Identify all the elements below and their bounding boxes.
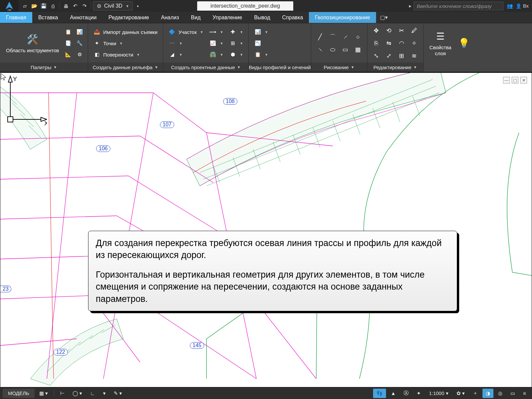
sectionview-button[interactable]: 📋▼ — [252, 50, 270, 59]
qat-dropdown-icon[interactable]: ▾ — [133, 2, 142, 10]
tab-home[interactable]: Главная — [0, 12, 32, 23]
scale-icon[interactable]: ⤢ — [383, 50, 395, 62]
qat-new-icon[interactable]: ▱ — [21, 2, 29, 10]
array-icon[interactable]: ⊞ — [396, 50, 407, 62]
ortho-toggle-icon[interactable]: ∟ — [87, 389, 98, 398]
qat-undo-icon[interactable]: ↶ — [71, 2, 79, 10]
signin-button[interactable]: 👤 Вх — [516, 3, 529, 9]
palette-btn-1[interactable]: 📋 — [64, 27, 73, 37]
tab-addins-icon[interactable]: ▢▾ — [376, 12, 392, 23]
tab-annotations[interactable]: Аннотации — [64, 12, 102, 23]
hatch-icon[interactable]: ▦ — [352, 44, 364, 55]
panel-ground-data: 📥Импорт данных съемки ✦Точки▼ ◧Поверхнос… — [88, 23, 163, 72]
osnap-toggle-icon[interactable]: ▾ — [100, 389, 109, 398]
palette-btn-2[interactable]: 📊 — [75, 27, 84, 37]
xline-icon[interactable]: ⟍ — [315, 44, 326, 55]
design-btn-2[interactable]: 〰️▼ — [167, 39, 205, 48]
ellipse-icon[interactable]: ⬭ — [327, 44, 338, 55]
profileview-button[interactable]: 📊▼ — [252, 27, 270, 37]
qat-print-icon[interactable]: 🖶 — [62, 2, 70, 10]
corridor-button[interactable]: 🛣️▼ — [207, 50, 225, 59]
assembly-icon: ⊞ — [229, 40, 236, 47]
profile-button[interactable]: 📈▼ — [207, 39, 225, 48]
offset-icon[interactable]: ≋ — [409, 50, 420, 62]
lightbulb-button[interactable]: 💡 — [456, 37, 472, 50]
qat-saveas-icon[interactable]: ⎙ — [49, 2, 57, 10]
sb-isolate-icon[interactable]: ◎ — [495, 389, 506, 398]
trim-icon[interactable]: ✂ — [396, 25, 407, 36]
alignment-button[interactable]: ⟿▼ — [207, 27, 225, 37]
tab-geolocation[interactable]: Геопозиционирование — [309, 12, 376, 23]
polyline-icon[interactable]: ⟋ — [340, 31, 351, 43]
maximize-icon[interactable]: ▢ — [512, 77, 518, 83]
tab-analyze[interactable]: Анализ — [155, 12, 185, 23]
sb-tool-2[interactable]: ▲ — [387, 389, 399, 398]
palette-btn-3[interactable]: 📑 — [64, 39, 73, 48]
sampleline-button[interactable]: 📉 — [252, 39, 270, 48]
drawing-canvas[interactable]: — ▢ ✕ 108 107 106 147 146 145 122 23 Для… — [0, 72, 532, 399]
grid-toggle-icon[interactable]: ▦ ▾ — [36, 389, 51, 398]
explode-icon[interactable]: ✧ — [409, 38, 420, 49]
mirror-icon[interactable]: ⇋ — [383, 38, 395, 49]
document-tab[interactable]: intersection_create_peer.dwg — [197, 1, 293, 11]
intersection-button[interactable]: ✚▼ — [227, 27, 245, 37]
infocenter-icon[interactable]: 👥 — [507, 3, 513, 9]
sb-tool-1[interactable]: 👣 — [373, 389, 386, 398]
app-logo[interactable]: C3D — [0, 0, 19, 12]
panel-palettes: 🛠️ Область инструментов 📋 📊 📑 🔧 📐 ⚙ Пали… — [0, 23, 88, 72]
layers-icon: ☰ — [434, 30, 447, 43]
sb-settings-icon[interactable]: ✿ ▾ — [453, 389, 468, 398]
workspace-switcher[interactable]: ⚙ Civil 3D ▼ — [93, 1, 133, 11]
tab-view[interactable]: Вид — [185, 12, 206, 23]
qat-redo-icon[interactable]: ↷ — [80, 2, 89, 10]
profile-icon: 📈 — [209, 40, 216, 47]
close-icon[interactable]: ✕ — [520, 77, 527, 83]
move-icon[interactable]: ✥ — [371, 25, 382, 36]
qat-save-icon[interactable]: 💾 — [39, 2, 48, 10]
toolspace-button[interactable]: 🛠️ Область инструментов — [3, 32, 62, 54]
tab-manage[interactable]: Управление — [206, 12, 248, 23]
minimize-icon[interactable]: — — [503, 77, 510, 83]
search-input[interactable]: Введите ключевое слово/фразу — [414, 2, 503, 10]
tab-insert[interactable]: Вставка — [32, 12, 64, 23]
layer-properties-button[interactable]: ☰ Свойства слоя — [427, 29, 454, 57]
line-icon[interactable]: ╱ — [315, 31, 326, 43]
rectangle-icon[interactable]: ▭ — [340, 44, 351, 55]
sb-tool-3[interactable]: Ⓐ — [400, 389, 412, 398]
arc-icon[interactable]: ⌒ — [327, 31, 338, 43]
circle-icon[interactable]: ○ — [352, 31, 364, 43]
sb-cleanscreen-icon[interactable]: ▭ — [507, 389, 518, 398]
points-button[interactable]: ✦Точки▼ — [91, 39, 160, 48]
snap-toggle-icon[interactable]: ⊢ — [57, 389, 68, 398]
design-btn-3[interactable]: ◢▼ — [167, 50, 205, 59]
sb-tool-4[interactable]: ✦ — [413, 389, 424, 398]
sb-plus-icon[interactable]: ＋ — [469, 389, 481, 398]
svg-text:X: X — [44, 120, 47, 127]
modelspace-toggle[interactable]: МОДЕЛЬ — [3, 389, 35, 398]
import-survey-button[interactable]: 📥Импорт данных съемки — [91, 27, 160, 37]
search-prefix-icon: ▸ — [409, 3, 412, 9]
surfaces-button[interactable]: ◧Поверхности▼ — [91, 50, 160, 59]
tab-output[interactable]: Вывод — [248, 12, 276, 23]
rotate-icon[interactable]: ⟲ — [383, 25, 395, 36]
qat-open-icon[interactable]: 📂 — [30, 2, 39, 10]
annotation-scale[interactable]: 1:1000 ▾ — [426, 389, 452, 398]
palette-btn-4[interactable]: 🔧 — [75, 39, 84, 48]
dynamic-input-icon[interactable]: ✎ ▾ — [110, 389, 125, 398]
assembly-button[interactable]: ⊞▼ — [227, 39, 245, 48]
palette-btn-5[interactable]: 📐 — [64, 50, 73, 59]
polar-toggle-icon[interactable]: ◯ ▾ — [69, 389, 85, 398]
chevron-down-icon: ▼ — [126, 4, 129, 8]
copy-icon[interactable]: ⎘ — [371, 38, 382, 49]
grading-icon: ◢ — [169, 51, 176, 58]
pipenetwork-button[interactable]: ⬢▼ — [227, 50, 245, 59]
parcel-button[interactable]: 🔷Участок▼ — [167, 27, 205, 37]
tab-help[interactable]: Справка — [276, 12, 309, 23]
fillet-icon[interactable]: ◠ — [396, 38, 407, 49]
palette-btn-6[interactable]: ⚙ — [75, 50, 84, 59]
sb-customize-icon[interactable]: ≡ — [520, 389, 529, 398]
stretch-icon[interactable]: ⤡ — [371, 50, 382, 62]
erase-icon[interactable]: 🖉 — [409, 25, 420, 36]
sb-cycle-icon[interactable]: ◑ — [482, 389, 493, 398]
tab-edit[interactable]: Редактирование — [102, 12, 155, 23]
